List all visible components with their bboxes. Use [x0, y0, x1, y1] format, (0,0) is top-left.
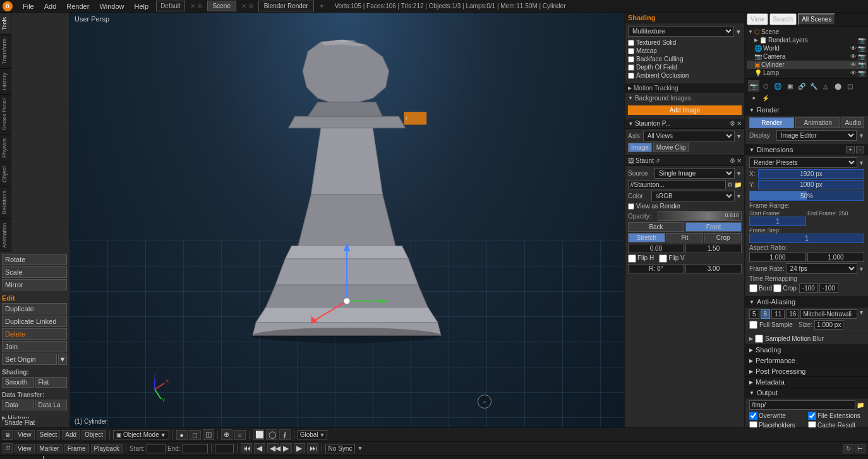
aa-8-btn[interactable]: 8 — [761, 309, 771, 319]
presets-minus-btn[interactable]: − — [856, 146, 864, 153]
world-prop-icon[interactable]: 🌐 — [772, 80, 783, 92]
animation-tab-btn[interactable]: Animation — [795, 117, 840, 128]
scene-tree-item[interactable]: ▼ ⬡ Scene — [747, 28, 867, 36]
bord-checkbox[interactable] — [749, 284, 757, 292]
material-icon[interactable]: ⬤ — [832, 80, 843, 92]
delete-button[interactable]: Delete — [2, 328, 67, 340]
resolution-pct-slider[interactable]: 50% — [749, 191, 864, 201]
proportional-btn[interactable]: ○ — [234, 430, 246, 440]
solid-shading-btn[interactable]: ● — [176, 430, 188, 440]
transform-orientation-select[interactable]: Global ▼ — [298, 430, 328, 439]
play-btn[interactable]: ▶ — [280, 443, 292, 453]
render-presets-select[interactable]: Render Presets — [749, 157, 857, 168]
physics-tab[interactable]: Physics — [0, 134, 11, 162]
fit-button[interactable]: Fit — [666, 233, 704, 242]
screen-layout-selector[interactable]: Default — [156, 1, 185, 11]
crop-button[interactable]: Crop — [704, 233, 742, 242]
object-prop-icon[interactable]: ▣ — [784, 80, 795, 92]
sampled-motion-blur-checkbox[interactable] — [755, 335, 763, 343]
select-circle-btn[interactable]: ◯ — [266, 429, 277, 440]
cylinder-item[interactable]: ▣ Cylinder 👁 📷 — [747, 61, 867, 69]
start-frame-input[interactable]: 1 — [749, 217, 806, 226]
search-tab[interactable]: Search — [769, 13, 797, 25]
r-label[interactable]: R: 0° — [628, 264, 684, 273]
x-value2[interactable]: 1.50 — [685, 244, 742, 253]
add-menu-btn[interactable]: Add — [62, 430, 80, 439]
physics-prop-icon[interactable]: ⚡ — [760, 92, 771, 104]
post-processing-section-header[interactable]: ▶ Post Processing — [745, 366, 868, 377]
lamp-eye-icon[interactable]: 👁 — [850, 69, 857, 76]
prev-frame-btn[interactable]: ◀ — [254, 443, 265, 453]
play-reverse-btn[interactable]: ◀◀ — [267, 443, 279, 453]
mirror-button[interactable]: Mirror — [2, 279, 67, 290]
motion-tracking-section[interactable]: ▶ Motion Tracking — [625, 83, 744, 93]
add-menu[interactable]: Add — [42, 3, 59, 10]
stretch-button[interactable]: Stretch — [628, 233, 665, 242]
skip-start-btn[interactable]: ⏮ — [241, 443, 252, 453]
output-path-input[interactable]: /tmp/ — [749, 400, 855, 410]
timeline-type-icon[interactable]: ⏱ — [3, 443, 13, 453]
aspect-x-input[interactable]: 1.000 — [749, 253, 806, 262]
transform-tab[interactable]: Transform — [0, 34, 11, 68]
render-tab-btn[interactable]: Render — [749, 117, 794, 128]
full-sample-checkbox[interactable] — [749, 321, 757, 329]
wireframe-btn[interactable]: □ — [190, 430, 201, 440]
scale-button[interactable]: Scale — [2, 266, 67, 278]
data-button[interactable]: Data — [2, 400, 34, 410]
x-value[interactable]: 0.00 — [628, 244, 684, 253]
duplicate-linked-button[interactable]: Duplicate Linked — [2, 316, 67, 327]
frame-btn[interactable]: Frame — [64, 444, 89, 453]
resolution-y-input[interactable]: 1080 px — [758, 180, 864, 189]
placeholders-checkbox[interactable] — [749, 421, 757, 427]
snap-btn[interactable]: ⊕ — [221, 429, 232, 440]
properties-scroll[interactable]: ▼ Render Render Animation Audio Display … — [745, 105, 868, 427]
world-camera-icon[interactable]: 📷 — [858, 45, 865, 52]
r-val[interactable]: 3.00 — [685, 264, 742, 273]
shading-mode-select[interactable]: Multitexture Textured Solid Matcap — [628, 26, 734, 37]
constraints-icon[interactable]: 🔗 — [796, 80, 807, 92]
modifiers-icon[interactable]: 🔧 — [808, 80, 819, 92]
world-eye-icon[interactable]: 👁 — [850, 45, 857, 52]
display-select[interactable]: Image Editor UV/Image Editor — [776, 130, 857, 141]
cache-result-checkbox[interactable] — [808, 421, 816, 427]
file-menu[interactable]: File — [20, 3, 37, 10]
lamp-camera-icon[interactable]: 📷 — [858, 69, 865, 76]
matcap-checkbox[interactable] — [628, 48, 634, 54]
lamp-item[interactable]: 💡 Lamp 👁 📷 — [747, 69, 867, 77]
join-button[interactable]: Join — [2, 341, 67, 352]
object-mode-select[interactable]: ▣ Object Mode ▼ — [113, 430, 169, 439]
staunt-settings-icon[interactable]: ⚙ — [730, 157, 735, 164]
performance-section-header[interactable]: ▶ Performance — [745, 355, 868, 366]
cylinder-eye-icon[interactable]: 👁 — [850, 61, 857, 68]
crop-y-val[interactable]: -100 — [819, 283, 838, 293]
frame-step-input[interactable]: 1 — [749, 234, 864, 243]
backface-culling-checkbox[interactable] — [628, 56, 634, 63]
render-icon[interactable]: 📷 — [748, 80, 759, 92]
add-image-button[interactable]: Add Image — [628, 105, 742, 115]
crop-checkbox[interactable] — [773, 284, 781, 292]
audio-tab-btn[interactable]: Audio — [841, 117, 864, 128]
aa-5-btn[interactable]: 5 — [749, 309, 759, 319]
object-menu-btn[interactable]: Object — [81, 430, 106, 439]
cylinder-camera-icon[interactable]: 📷 — [858, 61, 865, 68]
staunt-close-icon[interactable]: ✕ — [737, 157, 742, 164]
world-item[interactable]: 🌐 World 👁 📷 — [747, 44, 867, 52]
scene-prop-icon[interactable]: ⬡ — [760, 80, 771, 92]
help-menu[interactable]: Help — [132, 3, 152, 10]
staunton-settings-icon[interactable]: ⚙ — [730, 120, 735, 127]
resolution-x-input[interactable]: 1920 px — [758, 169, 864, 179]
history-tab[interactable]: History — [0, 68, 11, 94]
path-folder-icon[interactable]: 📁 — [734, 181, 742, 188]
grease-pencil-tab[interactable]: Grease Pencil — [0, 94, 11, 134]
duplicate-button[interactable]: Duplicate — [2, 303, 67, 314]
front-button[interactable]: Front — [685, 222, 742, 232]
render-layers-item[interactable]: ▶ 📋 RenderLayers 📷 — [747, 36, 867, 44]
object-tab[interactable]: Object — [0, 162, 11, 186]
timeline-ruler[interactable]: -60 -50 -40 -30 -20 -10 0 10 20 30 40 50… — [0, 456, 868, 459]
camera-item[interactable]: 📷 Camera 👁 📷 — [747, 52, 867, 61]
playback-btn[interactable]: Playback — [91, 444, 123, 453]
relations-tab[interactable]: Relations — [0, 186, 11, 218]
output-section-header[interactable]: ▼ Output — [745, 388, 868, 398]
size-value[interactable]: 1.000 px — [814, 320, 843, 330]
path-input[interactable]: //Staunton... — [628, 180, 726, 189]
